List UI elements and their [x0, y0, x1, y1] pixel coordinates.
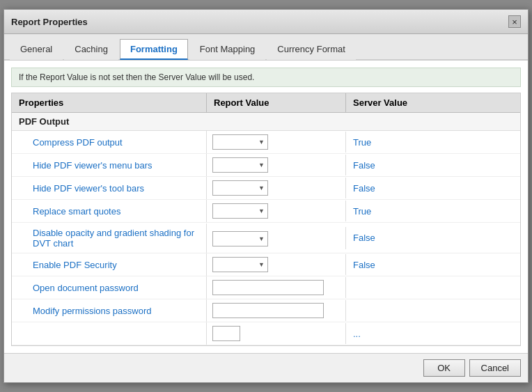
chevron-down-icon: ▼: [258, 235, 265, 242]
server-modify-password: [346, 306, 520, 315]
prop-compress-pdf: Compress PDF output: [12, 131, 207, 153]
table-row: Compress PDF output ▼ True: [12, 131, 520, 154]
prop-modify-password: Modify permissions password: [12, 299, 207, 322]
server-pdf-security: False: [346, 256, 520, 274]
col-header-properties: Properties: [12, 93, 207, 112]
dialog-title: Report Properties: [11, 17, 88, 27]
chevron-down-icon: ▼: [258, 261, 265, 268]
input-open-password[interactable]: [212, 280, 324, 295]
dropdown-last[interactable]: [212, 326, 240, 341]
server-compress-pdf: True: [346, 133, 520, 152]
report-compress-pdf: ▼: [207, 132, 346, 152]
report-last: [207, 323, 346, 344]
table-row: Disable opacity and gradient shading for…: [12, 223, 520, 253]
col-header-server: Server Value: [346, 93, 520, 112]
server-smart-quotes: True: [346, 202, 520, 221]
input-modify-password[interactable]: [212, 303, 324, 318]
table-row: Replace smart quotes ▼ True: [12, 200, 520, 223]
report-smart-quotes: ▼: [207, 201, 346, 221]
server-open-password: [346, 283, 520, 292]
prop-smart-quotes: Replace smart quotes: [12, 200, 207, 222]
ok-button[interactable]: OK: [423, 359, 465, 377]
section-label: PDF Output: [12, 113, 207, 130]
prop-open-password: Open document password: [12, 276, 207, 299]
table-scroll-area[interactable]: PDF Output Compress PDF output ▼ True: [12, 113, 520, 345]
tab-formatting[interactable]: Formatting: [120, 39, 188, 60]
report-hide-menu-bars: ▼: [207, 155, 346, 175]
chevron-down-icon: ▼: [258, 162, 265, 168]
prop-hide-tool-bars: Hide PDF viewer's tool bars: [12, 177, 207, 199]
server-hide-tool-bars: False: [346, 179, 520, 198]
dropdown-compress-pdf[interactable]: ▼: [212, 134, 268, 150]
report-modify-password: [207, 300, 346, 321]
section-pdf-output: PDF Output: [12, 113, 520, 131]
info-message: If the Report Value is not set then the …: [11, 68, 521, 87]
server-hide-menu-bars: False: [346, 156, 520, 175]
dialog-body: If the Report Value is not set then the …: [4, 61, 528, 353]
tab-general[interactable]: General: [10, 39, 63, 60]
dropdown-hide-tool-bars[interactable]: ▼: [212, 180, 268, 196]
tab-caching[interactable]: Caching: [64, 39, 118, 60]
report-hide-tool-bars: ▼: [207, 178, 346, 198]
dialog-footer: OK Cancel: [4, 353, 528, 382]
table-row: Hide PDF viewer's tool bars ▼ False: [12, 177, 520, 200]
tab-font-mapping[interactable]: Font Mapping: [189, 39, 266, 60]
report-disable-opacity: ▼: [207, 227, 346, 249]
tab-bar: General Caching Formatting Font Mapping …: [4, 34, 528, 61]
server-disable-opacity: False: [346, 228, 520, 247]
dropdown-disable-opacity[interactable]: ▼: [212, 231, 268, 246]
table-row: Open document password: [12, 276, 520, 299]
chevron-down-icon: ▼: [258, 207, 265, 214]
tab-currency-format[interactable]: Currency Format: [267, 39, 356, 60]
report-pdf-security: ▼: [207, 254, 346, 275]
table-row: ...: [12, 322, 520, 345]
prop-disable-opacity: Disable opacity and gradient shading for…: [12, 224, 207, 253]
report-properties-dialog: Report Properties × General Caching Form…: [3, 9, 529, 383]
close-button[interactable]: ×: [508, 15, 521, 28]
title-bar: Report Properties ×: [4, 10, 528, 34]
cancel-button[interactable]: Cancel: [469, 359, 521, 377]
properties-table: Properties Report Value Server Value PDF…: [11, 93, 521, 346]
prop-pdf-security: Enable PDF Security: [12, 253, 207, 276]
dropdown-smart-quotes[interactable]: ▼: [212, 203, 268, 219]
col-header-report: Report Value: [207, 93, 346, 112]
dropdown-hide-menu-bars[interactable]: ▼: [212, 157, 268, 173]
prop-last: [12, 322, 207, 345]
table-row: Enable PDF Security ▼ False: [12, 253, 520, 276]
server-last: ...: [346, 324, 520, 343]
table-row: Hide PDF viewer's menu bars ▼ False: [12, 154, 520, 177]
prop-hide-menu-bars: Hide PDF viewer's menu bars: [12, 154, 207, 176]
chevron-down-icon: ▼: [258, 185, 265, 191]
close-icon: ×: [512, 17, 517, 27]
report-open-password: [207, 277, 346, 298]
dropdown-pdf-security[interactable]: ▼: [212, 257, 268, 272]
chevron-down-icon: ▼: [258, 139, 265, 146]
table-row: Modify permissions password: [12, 299, 520, 322]
table-header: Properties Report Value Server Value: [12, 93, 520, 113]
